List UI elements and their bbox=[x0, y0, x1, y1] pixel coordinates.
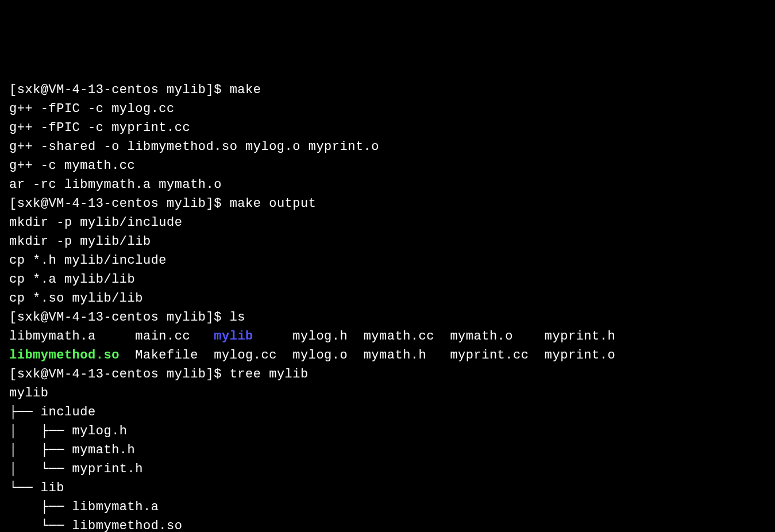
terminal-output[interactable]: [sxk@VM-4-13-centos mylib]$ make g++ -fP… bbox=[9, 80, 766, 532]
compile-output: g++ -fPIC -c mylog.cc bbox=[9, 102, 175, 116]
tree-root: mylib bbox=[9, 386, 49, 400]
shell-prompt: [sxk@VM-4-13-centos mylib]$ bbox=[9, 83, 230, 97]
prompt-line: [sxk@VM-4-13-centos mylib]$ make bbox=[9, 83, 261, 97]
shell-prompt: [sxk@VM-4-13-centos mylib]$ bbox=[9, 196, 230, 211]
ls-file: myprint.h bbox=[545, 329, 615, 344]
ls-file: mylog.h bbox=[292, 329, 348, 344]
ls-file: mymath.h bbox=[364, 348, 427, 363]
compile-output: g++ -c mymath.cc bbox=[9, 159, 135, 173]
ls-directory: mylib bbox=[214, 329, 253, 344]
tree-leaf: │ └── myprint.h bbox=[9, 462, 143, 476]
command-make: make bbox=[230, 83, 261, 97]
prompt-line: [sxk@VM-4-13-centos mylib]$ tree mylib bbox=[9, 367, 309, 381]
tree-leaf: ├── libmymath.a bbox=[9, 500, 159, 514]
shell-prompt: [sxk@VM-4-13-centos mylib]$ bbox=[9, 367, 230, 381]
tree-leaf: └── libmymethod.so bbox=[9, 519, 182, 532]
mkdir-output: mkdir -p mylib/include bbox=[9, 215, 182, 230]
shell-prompt: [sxk@VM-4-13-centos mylib]$ bbox=[9, 310, 230, 325]
mkdir-output: mkdir -p mylib/lib bbox=[9, 234, 151, 249]
cp-output: cp *.so mylib/lib bbox=[9, 291, 143, 306]
cp-output: cp *.a mylib/lib bbox=[9, 272, 135, 287]
tree-branch: ├── include bbox=[9, 405, 96, 419]
tree-leaf: │ ├── mymath.h bbox=[9, 443, 135, 457]
ls-row: libmymethod.so Makefile mylog.cc mylog.o… bbox=[9, 348, 615, 363]
compile-output: ar -rc libmymath.a mymath.o bbox=[9, 178, 222, 192]
prompt-line: [sxk@VM-4-13-centos mylib]$ make output bbox=[9, 196, 316, 211]
tree-branch: └── lib bbox=[9, 481, 64, 495]
ls-file: mymath.o bbox=[450, 329, 513, 344]
tree-leaf: │ ├── mylog.h bbox=[9, 424, 128, 438]
ls-file: mylog.o bbox=[292, 348, 348, 363]
command-make-output: make output bbox=[230, 196, 317, 211]
ls-shared-lib: libmymethod.so bbox=[9, 348, 119, 363]
prompt-line: [sxk@VM-4-13-centos mylib]$ ls bbox=[9, 310, 245, 325]
ls-file: mylog.cc bbox=[214, 348, 277, 363]
ls-file: main.cc bbox=[135, 329, 190, 344]
ls-file: Makefile bbox=[135, 348, 198, 363]
command-tree: tree mylib bbox=[230, 367, 309, 381]
compile-output: g++ -shared -o libmymethod.so mylog.o my… bbox=[9, 140, 379, 154]
command-ls: ls bbox=[230, 310, 245, 325]
ls-row: libmymath.a main.cc mylib mylog.h mymath… bbox=[9, 329, 615, 344]
ls-file: libmymath.a bbox=[9, 329, 96, 344]
ls-file: myprint.cc bbox=[450, 348, 529, 363]
compile-output: g++ -fPIC -c myprint.cc bbox=[9, 121, 190, 135]
ls-file: myprint.o bbox=[545, 348, 615, 363]
cp-output: cp *.h mylib/include bbox=[9, 253, 167, 268]
ls-file: mymath.cc bbox=[364, 329, 434, 344]
